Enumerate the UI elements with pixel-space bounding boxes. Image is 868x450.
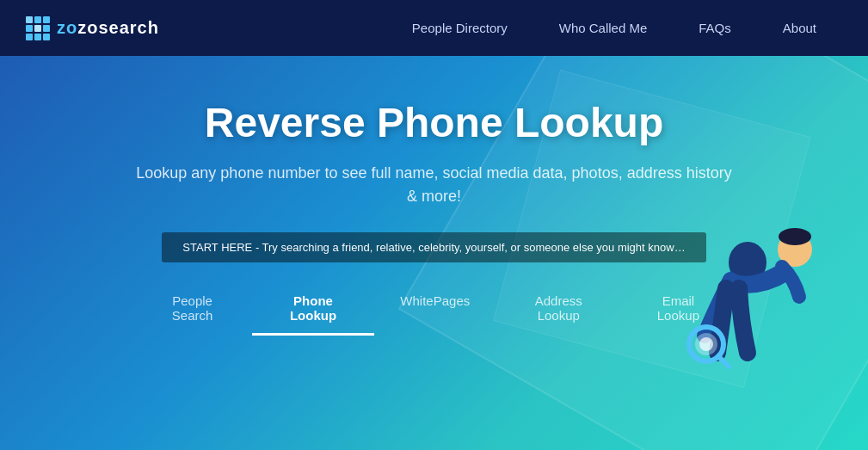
navbar: zozosearch People Directory Who Called M… [0, 0, 868, 56]
logo-area: zozosearch [26, 16, 159, 40]
tab-address-lookup[interactable]: Address Lookup [496, 283, 621, 336]
hero-subtitle: Lookup any phone number to see full name… [133, 162, 736, 208]
hero-content: Reverse Phone Lookup Lookup any phone nu… [133, 99, 736, 336]
nav-people-directory[interactable]: People Directory [386, 0, 533, 56]
hero-title: Reverse Phone Lookup [133, 99, 736, 146]
logo-text: zozosearch [57, 18, 159, 38]
tab-email-lookup[interactable]: Email Lookup [621, 283, 735, 336]
tabs-container: People Search Phone Lookup WhitePages Ad… [133, 283, 736, 336]
tab-phone-lookup[interactable]: Phone Lookup [252, 283, 375, 336]
nav-about[interactable]: About [757, 0, 842, 56]
nav-who-called-me[interactable]: Who Called Me [533, 0, 674, 56]
svg-point-6 [699, 337, 713, 351]
tab-whitepages[interactable]: WhitePages [374, 283, 496, 336]
logo-grid-icon [26, 16, 50, 40]
svg-line-5 [718, 356, 729, 367]
tab-people-search[interactable]: People Search [133, 283, 252, 336]
logo-suffix: zosearch [77, 18, 159, 37]
hero-section: Reverse Phone Lookup Lookup any phone nu… [0, 56, 868, 450]
start-here-banner: START HERE - Try searching a friend, rel… [162, 232, 705, 262]
nav-links: People Directory Who Called Me FAQs Abou… [386, 0, 842, 56]
nav-faqs[interactable]: FAQs [673, 0, 757, 56]
logo-prefix: zo [57, 18, 77, 37]
svg-point-2 [779, 228, 811, 245]
